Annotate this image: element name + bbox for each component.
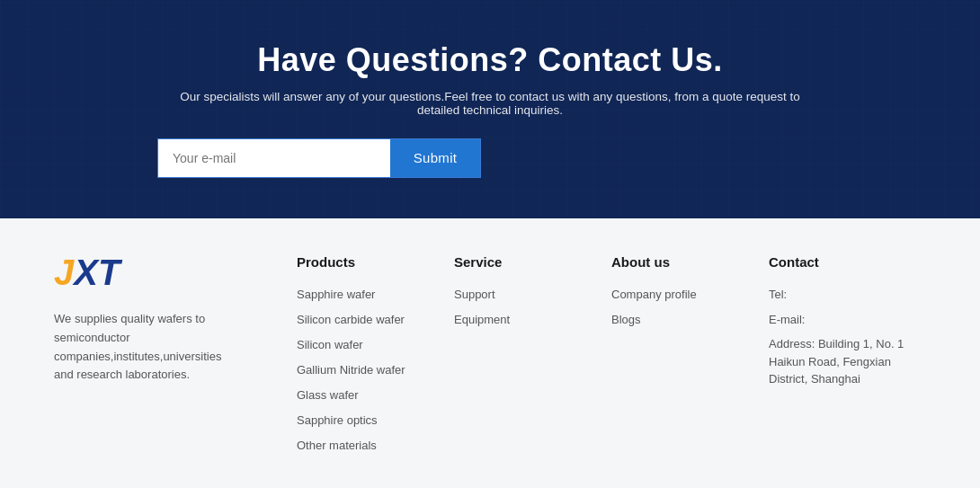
logo-xt: XT	[74, 254, 120, 290]
list-item: Glass wafer	[297, 386, 454, 403]
footer-nav: Products Sapphire wafer Silicon carbide …	[243, 254, 926, 462]
blogs-link[interactable]: Blogs	[611, 313, 641, 326]
footer-products-col: Products Sapphire wafer Silicon carbide …	[297, 254, 454, 462]
contact-form: Submit	[157, 138, 481, 178]
list-item: Support	[454, 286, 611, 302]
list-item: Silicon wafer	[297, 336, 454, 352]
hero-content: Have Questions? Contact Us. Our speciali…	[157, 41, 823, 178]
support-link[interactable]: Support	[454, 288, 495, 301]
about-title: About us	[611, 254, 769, 270]
footer-main: J XT We supplies quality wafers to semic…	[0, 218, 980, 488]
products-list: Sapphire wafer Silicon carbide wafer Sil…	[297, 286, 454, 453]
sapphire-optics-link[interactable]: Sapphire optics	[297, 413, 378, 427]
glass-wafer-link[interactable]: Glass wafer	[297, 388, 359, 402]
company-profile-link[interactable]: Company profile	[611, 288, 697, 301]
list-item: Sapphire optics	[297, 412, 454, 428]
service-list: Support Equipment	[454, 286, 611, 327]
hero-subtitle: Our specialists will answer any of your …	[157, 90, 823, 117]
about-list: Company profile Blogs	[611, 286, 769, 327]
silicon-wafer-link[interactable]: Silicon wafer	[297, 338, 363, 351]
hero-section: Have Questions? Contact Us. Our speciali…	[0, 0, 980, 218]
email-input[interactable]	[158, 139, 390, 177]
footer-about-col: About us Company profile Blogs	[611, 254, 769, 462]
list-item: Silicon carbide wafer	[297, 311, 454, 327]
gallium-nitride-wafer-link[interactable]: Gallium Nitride wafer	[297, 363, 405, 377]
footer-service-col: Service Support Equipment	[454, 254, 611, 462]
service-title: Service	[454, 254, 611, 270]
equipment-link[interactable]: Equipment	[454, 313, 510, 326]
footer-contact-col: Contact Tel: E-mail: Address: Building 1…	[769, 254, 926, 462]
products-title: Products	[297, 254, 454, 270]
address-label: Address:	[769, 337, 815, 350]
list-item: Other materials	[297, 437, 454, 453]
logo-j: J	[54, 254, 74, 290]
footer-logo: J XT	[54, 254, 225, 290]
list-item: Company profile	[611, 286, 769, 302]
contact-tel: Tel:	[769, 286, 926, 304]
list-item: Equipment	[454, 311, 611, 327]
contact-email: E-mail:	[769, 311, 926, 329]
hero-title: Have Questions? Contact Us.	[157, 41, 823, 79]
sapphire-wafer-link[interactable]: Sapphire wafer	[297, 288, 375, 301]
footer-brand-col: J XT We supplies quality wafers to semic…	[54, 254, 243, 462]
silicon-carbide-wafer-link[interactable]: Silicon carbide wafer	[297, 313, 405, 326]
list-item: Sapphire wafer	[297, 286, 454, 302]
list-item: Gallium Nitride wafer	[297, 361, 454, 377]
contact-address: Address: Building 1, No. 1 Haikun Road, …	[769, 335, 926, 388]
submit-button[interactable]: Submit	[390, 139, 480, 177]
other-materials-link[interactable]: Other materials	[297, 439, 377, 452]
list-item: Blogs	[611, 311, 769, 327]
contact-title: Contact	[769, 254, 926, 270]
footer-description: We supplies quality wafers to semiconduc…	[54, 310, 225, 385]
